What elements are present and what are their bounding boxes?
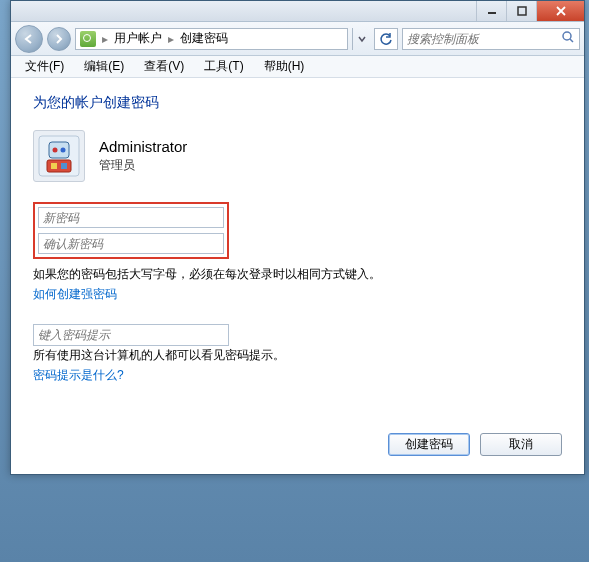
maximize-button[interactable] (506, 1, 536, 21)
control-panel-window: ▸ 用户帐户 ▸ 创建密码 文件(F) 编辑(E) 查看(V) 工具(T) 帮助… (10, 0, 585, 475)
robot-avatar-icon (37, 134, 81, 178)
search-input[interactable] (407, 32, 561, 46)
close-button[interactable] (536, 1, 584, 21)
svg-rect-7 (49, 142, 69, 158)
breadcrumb-sep-icon: ▸ (102, 32, 108, 46)
avatar (33, 130, 85, 182)
caps-lock-note: 如果您的密码包括大写字母，必须在每次登录时以相同方式键入。 (33, 265, 562, 284)
minimize-button[interactable] (476, 1, 506, 21)
refresh-button[interactable] (374, 28, 398, 50)
menu-bar: 文件(F) 编辑(E) 查看(V) 工具(T) 帮助(H) (11, 56, 584, 78)
minimize-icon (487, 6, 497, 16)
create-password-label: 创建密码 (405, 436, 453, 453)
link-strong-password[interactable]: 如何创建强密码 (33, 284, 562, 306)
breadcrumb-level1[interactable]: 用户帐户 (114, 30, 162, 47)
svg-rect-1 (518, 7, 526, 15)
chevron-down-icon (358, 35, 366, 43)
svg-rect-12 (61, 163, 67, 169)
breadcrumb-sep-icon: ▸ (168, 32, 174, 46)
search-icon[interactable] (561, 30, 575, 47)
content-area: 为您的帐户创建密码 Administrator 管理员 (11, 78, 584, 474)
menu-edit[interactable]: 编辑(E) (76, 56, 132, 77)
address-bar[interactable]: ▸ 用户帐户 ▸ 创建密码 (75, 28, 348, 50)
title-bar (11, 1, 584, 22)
refresh-icon (379, 32, 393, 46)
menu-tools[interactable]: 工具(T) (196, 56, 251, 77)
menu-view[interactable]: 查看(V) (136, 56, 192, 77)
forward-arrow-icon (54, 34, 64, 44)
user-name: Administrator (99, 138, 187, 155)
search-box[interactable] (402, 28, 580, 50)
maximize-icon (517, 6, 527, 16)
password-hint-input[interactable] (33, 324, 229, 346)
action-buttons: 创建密码 取消 (388, 433, 562, 456)
back-button[interactable] (15, 25, 43, 53)
breadcrumb-level2[interactable]: 创建密码 (180, 30, 228, 47)
svg-rect-11 (51, 163, 57, 169)
menu-help[interactable]: 帮助(H) (256, 56, 313, 77)
svg-point-9 (61, 148, 66, 153)
svg-point-8 (53, 148, 58, 153)
navigation-bar: ▸ 用户帐户 ▸ 创建密码 (11, 22, 584, 56)
link-hint-what[interactable]: 密码提示是什么? (33, 365, 562, 387)
forward-button[interactable] (47, 27, 71, 51)
user-accounts-icon (80, 31, 96, 47)
new-password-input[interactable] (38, 207, 224, 228)
address-history-dropdown[interactable] (352, 28, 370, 50)
user-text-block: Administrator 管理员 (99, 138, 187, 174)
create-password-button[interactable]: 创建密码 (388, 433, 470, 456)
svg-point-4 (563, 32, 571, 40)
menu-file[interactable]: 文件(F) (17, 56, 72, 77)
cancel-label: 取消 (509, 436, 533, 453)
password-fields-highlight (33, 202, 229, 259)
close-icon (555, 6, 567, 16)
svg-line-5 (570, 39, 573, 42)
window-controls (476, 1, 584, 21)
confirm-password-input[interactable] (38, 233, 224, 254)
user-info-row: Administrator 管理员 (33, 130, 562, 182)
user-role: 管理员 (99, 157, 187, 174)
page-title: 为您的帐户创建密码 (33, 94, 562, 112)
svg-rect-10 (47, 160, 71, 172)
password-hint-note: 所有使用这台计算机的人都可以看见密码提示。 (33, 346, 562, 365)
back-arrow-icon (23, 33, 35, 45)
cancel-button[interactable]: 取消 (480, 433, 562, 456)
